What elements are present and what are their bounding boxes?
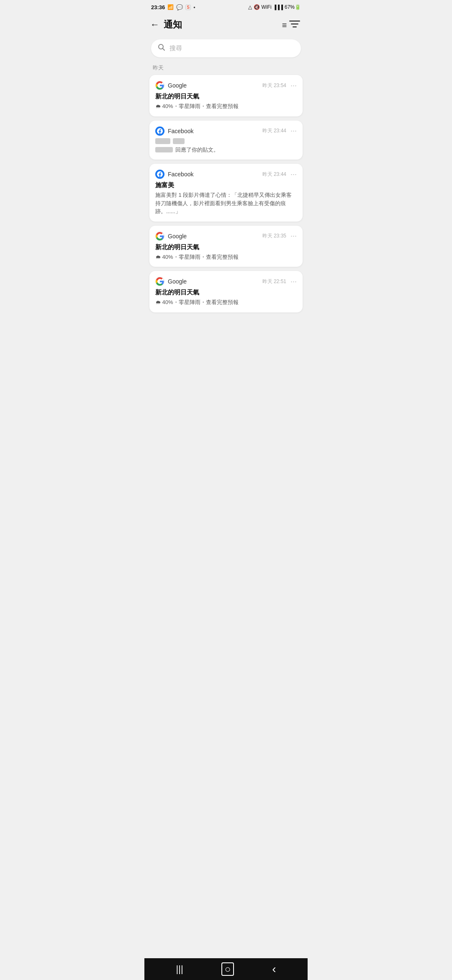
notification-card[interactable]: Facebook 昨天 23:44 ··· 回應了你的貼文。 bbox=[149, 121, 303, 160]
notif-title: 新北的明日天氣 bbox=[155, 93, 297, 101]
notif-blurred-name bbox=[155, 138, 297, 144]
notif-title: 施富美 bbox=[155, 181, 297, 189]
notif-title: 新北的明日天氣 bbox=[155, 243, 297, 251]
wifi-icon: WiFi bbox=[262, 4, 272, 10]
notif-header: Facebook 昨天 23:44 ··· bbox=[155, 126, 297, 136]
notif-more-button[interactable]: ··· bbox=[290, 170, 297, 179]
notif-title: 新北的明日天氣 bbox=[155, 289, 297, 297]
notif-time: 昨天 23:44 bbox=[262, 171, 286, 178]
notif-app: Google bbox=[155, 277, 187, 286]
notif-app-name: Google bbox=[168, 82, 187, 89]
notif-meta: 昨天 23:44 ··· bbox=[262, 170, 297, 179]
google-app-icon bbox=[155, 277, 164, 286]
back-button[interactable]: ← bbox=[150, 19, 159, 30]
search-bar[interactable]: 搜尋 bbox=[151, 39, 301, 57]
search-icon bbox=[158, 44, 165, 53]
notif-body: 🌧 40%・零星陣雨・查看完整預報 bbox=[155, 253, 297, 261]
search-container: 搜尋 bbox=[144, 36, 308, 62]
notification-card[interactable]: Google 昨天 23:54 ··· 新北的明日天氣 🌧 40%・零星陣雨・查… bbox=[149, 75, 303, 116]
notif-app-name: Facebook bbox=[168, 128, 193, 134]
notif-more-button[interactable]: ··· bbox=[290, 277, 297, 286]
notif-header: Google 昨天 23:35 ··· bbox=[155, 232, 297, 241]
notif-header: Google 昨天 22:51 ··· bbox=[155, 277, 297, 286]
notif-more-button[interactable]: ··· bbox=[290, 81, 297, 90]
notif-time: 昨天 23:44 bbox=[262, 127, 286, 134]
signal-icon: ▐▐▐ bbox=[273, 5, 283, 10]
notif-app: Facebook bbox=[155, 170, 193, 179]
search-placeholder: 搜尋 bbox=[170, 44, 182, 52]
google-app-icon bbox=[155, 232, 164, 241]
header-left: ← 通知 bbox=[150, 18, 182, 31]
battery-icon: 67%🔋 bbox=[285, 4, 301, 10]
content-area: 昨天 Google 昨天 23:54 ··· 新北的明日天氣 bbox=[144, 62, 308, 346]
shopee-icon: S bbox=[185, 5, 191, 10]
svg-line-4 bbox=[163, 49, 165, 51]
notif-time: 昨天 23:54 bbox=[262, 82, 286, 89]
notif-meta: 昨天 23:54 ··· bbox=[262, 81, 297, 90]
notif-app: Google bbox=[155, 232, 187, 241]
notif-body: 🌧 40%・零星陣雨・查看完整預報 bbox=[155, 298, 297, 307]
notif-app: Google bbox=[155, 81, 187, 90]
notif-more-button[interactable]: ··· bbox=[290, 126, 297, 135]
notification-card[interactable]: Facebook 昨天 23:44 ··· 施富美 施富美對 1 段影片傳達了心… bbox=[149, 164, 303, 222]
notif-app-name: Google bbox=[168, 233, 187, 240]
svg-rect-2 bbox=[293, 26, 297, 28]
status-time: 23:36 bbox=[151, 4, 165, 10]
status-bar: 23:36 📶 💬 S ● △ 🔇 WiFi ▐▐▐ 67%🔋 bbox=[144, 0, 308, 13]
notif-header: Google 昨天 23:54 ··· bbox=[155, 81, 297, 90]
google-app-icon bbox=[155, 81, 164, 90]
dot-icon: ● bbox=[193, 5, 195, 9]
status-right-icons: △ 🔇 WiFi ▐▐▐ 67%🔋 bbox=[248, 4, 301, 10]
notif-time: 昨天 23:35 bbox=[262, 232, 286, 240]
notif-app-name: Facebook bbox=[168, 171, 193, 178]
notif-body: 🌧 40%・零星陣雨・查看完整預報 bbox=[155, 102, 297, 111]
notif-header: Facebook 昨天 23:44 ··· bbox=[155, 170, 297, 179]
notif-app-name: Google bbox=[168, 278, 187, 285]
notif-body: 施富美對 1 段影片傳達了心情：「北捷稍早又傳出女乘客持刀隨機傷人，影片裡面看到… bbox=[155, 191, 297, 216]
svg-rect-0 bbox=[289, 21, 300, 22]
svg-rect-1 bbox=[291, 23, 298, 25]
notif-body: 回應了你的貼文。 bbox=[155, 146, 297, 154]
notification-card[interactable]: Google 昨天 22:51 ··· 新北的明日天氣 🌧 40%・零星陣雨・查… bbox=[149, 271, 303, 312]
notif-meta: 昨天 23:35 ··· bbox=[262, 232, 297, 240]
notif-more-button[interactable]: ··· bbox=[290, 232, 297, 240]
notification-card[interactable]: Google 昨天 23:35 ··· 新北的明日天氣 🌧 40%・零星陣雨・查… bbox=[149, 226, 303, 267]
mute-icon: 🔇 bbox=[254, 4, 260, 10]
page-title: 通知 bbox=[164, 18, 182, 31]
notif-time: 昨天 22:51 bbox=[262, 278, 286, 285]
notif-meta: 昨天 23:44 ··· bbox=[262, 126, 297, 135]
notif-app: Facebook bbox=[155, 126, 193, 136]
sim-icon: 📶 bbox=[167, 4, 174, 10]
section-label-yesterday: 昨天 bbox=[144, 62, 308, 75]
header: ← 通知 ≡ bbox=[144, 13, 308, 36]
facebook-app-icon bbox=[155, 170, 164, 179]
notif-meta: 昨天 22:51 ··· bbox=[262, 277, 297, 286]
facebook-app-icon bbox=[155, 126, 164, 136]
bluetooth-icon: △ bbox=[248, 4, 252, 10]
filter-button[interactable]: ≡ bbox=[282, 20, 300, 30]
messenger-icon: 💬 bbox=[176, 4, 183, 10]
